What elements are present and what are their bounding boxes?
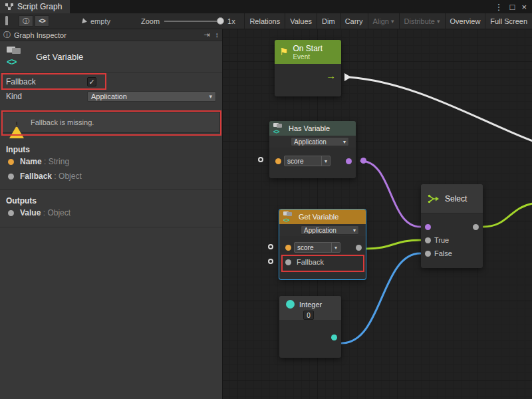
integer-value-field[interactable]: 0	[303, 311, 314, 320]
variable-dropdown[interactable]: score ▾	[284, 156, 331, 166]
output-port-row-value: Value : Object	[0, 205, 222, 220]
flag-icon: ⚑	[279, 46, 288, 58]
false-row: False	[421, 247, 483, 260]
true-row: True	[421, 233, 483, 247]
variable-dropdown[interactable]: score ▾	[294, 242, 340, 253]
chevron-down-icon: ▾	[331, 243, 340, 252]
maximize-icon[interactable]: □	[510, 2, 515, 12]
node-on-start[interactable]: ⚑ On Start Event →	[275, 40, 341, 96]
kind-label: Kind	[6, 92, 87, 101]
resize-icon[interactable]: ↕	[215, 31, 219, 39]
chevron-down-icon: ▾	[391, 18, 394, 25]
false-input-port[interactable]	[425, 251, 431, 257]
warning-box: ! Fallback is missing.	[2, 112, 220, 133]
result-output-port[interactable]	[346, 158, 352, 164]
scope-dropdown[interactable]: Application ▾	[301, 225, 359, 235]
selection-output-port[interactable]	[473, 224, 479, 230]
selection-label: empty	[90, 17, 110, 25]
integer-icon	[286, 300, 295, 309]
node-title: Integer	[299, 301, 322, 309]
graph-canvas[interactable]: ⚑ On Start Event → <> Has Variable A	[223, 29, 532, 399]
node-title: On Start	[293, 44, 323, 53]
warning-icon: !	[9, 116, 24, 129]
flow-output-port[interactable]	[344, 73, 351, 81]
zoom-value: 1x	[227, 17, 235, 25]
wire-has-variable-to-select[interactable]	[361, 161, 420, 227]
variable-icon: <>	[7, 46, 28, 67]
kind-property-row: Kind Application ▾	[0, 89, 222, 104]
align-button: Align▾	[368, 13, 399, 29]
toolbar-buttons: Relations Values Dim Carry Align▾ Distri…	[244, 13, 532, 29]
false-label: False	[434, 249, 452, 257]
unconnected-port-ring[interactable]	[268, 244, 273, 249]
zoom-slider[interactable]	[164, 18, 223, 25]
inputs-section-title: Inputs	[0, 142, 222, 154]
outputs-section-title: Outputs	[0, 194, 222, 205]
wire-get-variable-to-select-true[interactable]	[366, 240, 420, 249]
relations-button[interactable]: Relations	[244, 13, 285, 29]
close-icon[interactable]: ×	[521, 2, 527, 12]
lock-icon[interactable]	[5, 17, 15, 25]
fallback-input-port[interactable]	[285, 259, 291, 265]
kind-dropdown[interactable]: Application ▾	[87, 91, 216, 102]
inspected-node-header: <> Get Variable	[0, 41, 222, 72]
dock-icon[interactable]: ⇥	[203, 31, 209, 39]
true-label: True	[434, 236, 449, 244]
unconnected-port-ring[interactable]	[268, 259, 273, 264]
tab-script-graph[interactable]: Script Graph	[0, 0, 70, 13]
variable-row: score ▾	[269, 154, 356, 168]
string-port-icon	[8, 159, 14, 165]
overview-button[interactable]: Overview	[445, 13, 485, 29]
object-port-icon	[8, 174, 14, 180]
node-title: Select	[445, 194, 467, 203]
wires-layer	[223, 29, 532, 399]
selection-status: empty	[82, 17, 110, 25]
true-input-port[interactable]	[425, 237, 431, 243]
node-title: Has Variable	[289, 124, 330, 132]
name-input-port[interactable]	[275, 158, 281, 164]
flow-output-arrow-icon: →	[326, 70, 336, 80]
output-row	[279, 331, 341, 344]
variable-row: score ▾	[279, 240, 366, 255]
carry-button[interactable]: Carry	[340, 13, 368, 29]
cursor-icon	[82, 18, 88, 24]
inspected-node-title: Get Variable	[36, 52, 83, 62]
condition-row	[421, 220, 483, 233]
node-header: Integer 0	[279, 296, 341, 320]
input-port-row-fallback: Fallback : Object	[0, 169, 222, 184]
menu-icon[interactable]: ⋮	[495, 2, 503, 12]
node-header: ⚑ On Start Event	[275, 40, 341, 64]
node-select[interactable]: Select True False	[421, 184, 483, 268]
condition-input-port[interactable]	[425, 224, 431, 230]
node-get-variable[interactable]: <> Get Variable Application ▾ score ▾	[279, 209, 366, 279]
code-icon: <>	[39, 17, 45, 25]
bool-wire-port[interactable]	[360, 158, 366, 164]
variable-icon: <>	[273, 123, 285, 134]
scope-dropdown[interactable]: Application ▾	[291, 137, 349, 146]
integer-output-port[interactable]	[331, 334, 337, 340]
wire-select-output[interactable]	[483, 203, 532, 227]
unconnected-port-ring[interactable]	[258, 157, 263, 162]
zoom-slider-knob[interactable]	[217, 17, 224, 25]
fullscreen-button[interactable]: Full Screen	[485, 13, 532, 29]
values-button[interactable]: Values	[285, 13, 317, 29]
code-view-button[interactable]: <>	[35, 15, 49, 27]
wire-flow[interactable]	[349, 77, 532, 141]
node-has-variable[interactable]: <> Has Variable Application ▾ score ▾	[269, 121, 356, 178]
node-integer[interactable]: Integer 0	[279, 296, 341, 358]
fallback-checkbox[interactable]: ✓	[87, 77, 96, 86]
window-controls: ⋮ □ ×	[495, 2, 532, 12]
toolbar: ⓘ <> empty Zoom 1x Relations Values Dim …	[0, 13, 532, 29]
name-input-port[interactable]	[285, 245, 291, 251]
variable-icon: <>	[283, 211, 295, 222]
dim-button[interactable]: Dim	[317, 13, 340, 29]
divider	[0, 227, 222, 227]
fallback-property-row: Fallback ✓	[0, 74, 222, 89]
graph-inspector-panel: ⓘ Graph Inspector ⇥ ↕ <> Get Variable Fa…	[0, 29, 223, 399]
graph-inspector-header: ⓘ Graph Inspector ⇥ ↕	[0, 29, 222, 41]
script-graph-icon	[5, 3, 13, 11]
value-output-port[interactable]	[356, 245, 362, 251]
node-header: Select	[421, 184, 483, 213]
chevron-down-icon: ▾	[209, 93, 212, 100]
inspect-toggle-button[interactable]: ⓘ	[19, 15, 33, 27]
